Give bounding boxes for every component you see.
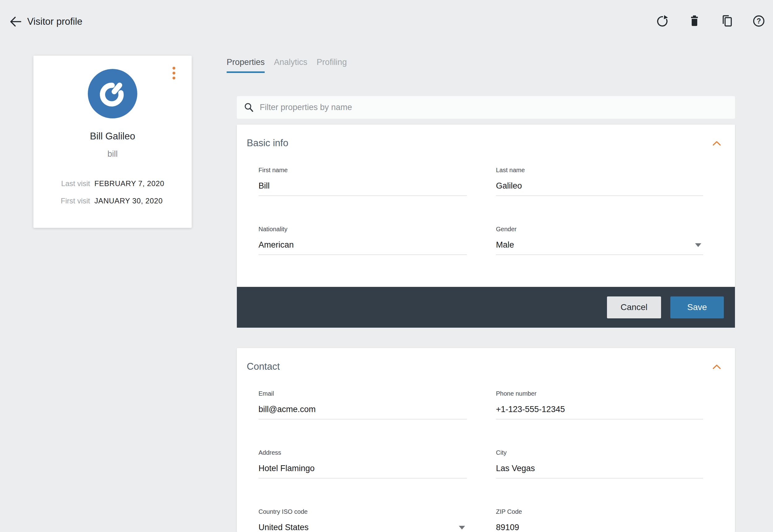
gender-value: Male (496, 240, 514, 250)
nationality-input[interactable] (258, 240, 467, 255)
copy-icon (720, 14, 734, 28)
tab-profiling[interactable]: Profiling (317, 57, 347, 73)
visit-dates: Last visit FEBRUARY 7, 2020 First visit … (33, 179, 192, 205)
contact-section: Contact Email Phone number Address City (237, 348, 735, 532)
tab-bar: Properties Analytics Profiling (227, 57, 347, 73)
field-gender: Gender Male (496, 226, 703, 255)
copy-button[interactable] (719, 14, 734, 28)
filter-properties-input[interactable] (260, 103, 728, 112)
trash-icon (687, 14, 702, 28)
delete-button[interactable] (687, 14, 702, 28)
search-icon (244, 102, 254, 113)
refresh-icon (655, 14, 669, 28)
basic-info-collapse-button[interactable] (713, 141, 721, 146)
save-footer-bar: Cancel Save (237, 287, 735, 328)
address-label: Address (258, 449, 467, 456)
contact-collapse-button[interactable] (713, 364, 721, 369)
last-visit-value: FEBRUARY 7, 2020 (94, 179, 164, 188)
cancel-button[interactable]: Cancel (607, 296, 661, 318)
first-visit-label: First visit (61, 197, 90, 205)
field-address: Address (258, 449, 467, 479)
first-name-input[interactable] (258, 181, 467, 196)
contact-title: Contact (247, 361, 280, 372)
city-input[interactable] (496, 464, 703, 479)
dropdown-arrow-icon (459, 526, 465, 530)
country-label: Country ISO code (258, 508, 467, 515)
tab-properties[interactable]: Properties (227, 57, 265, 73)
last-name-label: Last name (496, 167, 703, 174)
basic-info-title: Basic info (247, 138, 288, 149)
phone-label: Phone number (496, 390, 703, 397)
phone-input[interactable] (496, 405, 703, 419)
chevron-up-icon (713, 364, 721, 369)
dropdown-arrow-icon (695, 243, 701, 247)
first-name-label: First name (258, 167, 467, 174)
city-label: City (496, 449, 703, 456)
basic-info-section: Basic info First name Last name National… (237, 125, 735, 287)
gender-label: Gender (496, 226, 703, 233)
avatar (88, 69, 137, 118)
address-input[interactable] (258, 464, 467, 479)
refresh-button[interactable] (655, 14, 670, 28)
header-actions: ? (655, 14, 766, 28)
field-nationality: Nationality (258, 226, 467, 255)
field-last-name: Last name (496, 167, 703, 196)
help-button[interactable]: ? (751, 14, 766, 28)
field-first-name: First name (258, 167, 467, 196)
email-label: Email (258, 390, 467, 397)
field-email: Email (258, 390, 467, 419)
visitor-id: bill (33, 149, 192, 159)
field-city: City (496, 449, 703, 479)
back-arrow-icon (8, 15, 23, 29)
country-value: United States (258, 523, 309, 532)
visitor-menu-button[interactable] (172, 67, 176, 79)
filter-bar (237, 96, 735, 119)
field-country: Country ISO code United States (258, 508, 467, 532)
page-title: Visitor profile (27, 16, 83, 27)
visitor-card: Bill Galileo bill Last visit FEBRUARY 7,… (33, 56, 192, 228)
field-phone: Phone number (496, 390, 703, 419)
save-button[interactable]: Save (670, 296, 724, 318)
back-button[interactable] (7, 14, 23, 30)
last-name-input[interactable] (496, 181, 703, 196)
nationality-label: Nationality (258, 226, 467, 233)
svg-text:?: ? (757, 17, 761, 25)
zip-label: ZIP Code (496, 508, 703, 515)
visitor-name: Bill Galileo (33, 131, 192, 142)
zip-input[interactable] (496, 523, 703, 532)
help-icon: ? (752, 14, 766, 28)
field-zip: ZIP Code (496, 508, 703, 532)
gender-select[interactable]: Male (496, 240, 703, 255)
first-visit-value: JANUARY 30, 2020 (94, 197, 164, 205)
chevron-up-icon (713, 141, 721, 146)
tab-analytics[interactable]: Analytics (274, 57, 307, 73)
country-select[interactable]: United States (258, 523, 467, 532)
last-visit-label: Last visit (61, 179, 90, 188)
kebab-icon (173, 67, 175, 70)
email-input[interactable] (258, 405, 467, 419)
